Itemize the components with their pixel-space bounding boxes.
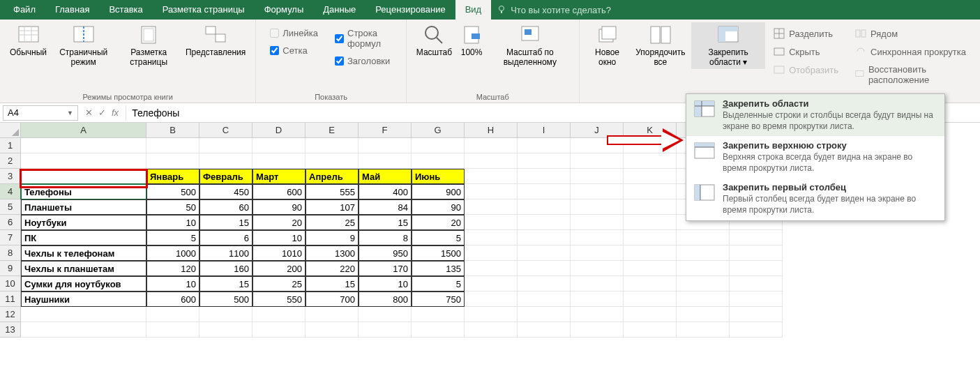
cell[interactable] bbox=[21, 138, 146, 153]
cell[interactable]: Наушники bbox=[21, 292, 146, 307]
cell[interactable]: Чехлы к телефонам bbox=[21, 245, 146, 261]
row-header[interactable]: 3 bbox=[0, 169, 21, 184]
row-header[interactable]: 4 bbox=[0, 184, 21, 199]
cell[interactable] bbox=[465, 199, 518, 215]
cell[interactable] bbox=[465, 292, 518, 307]
cell[interactable]: 600 bbox=[252, 184, 306, 199]
cell[interactable]: 1300 bbox=[306, 245, 359, 261]
cell[interactable] bbox=[21, 153, 146, 169]
cell[interactable]: 555 bbox=[306, 184, 359, 199]
cell[interactable] bbox=[730, 245, 783, 261]
menu-home[interactable]: Главная bbox=[45, 0, 99, 20]
cell[interactable] bbox=[146, 138, 199, 153]
col-header[interactable]: H bbox=[465, 123, 518, 138]
cell[interactable]: 550 bbox=[252, 292, 306, 307]
cell[interactable] bbox=[571, 307, 624, 322]
menu-data[interactable]: Данные bbox=[313, 0, 365, 20]
cell[interactable]: 20 bbox=[412, 215, 465, 230]
cell[interactable]: 15 bbox=[359, 215, 412, 230]
cell[interactable]: 160 bbox=[199, 261, 252, 276]
cell[interactable] bbox=[624, 292, 677, 307]
col-header[interactable]: D bbox=[252, 123, 306, 138]
cell[interactable] bbox=[624, 230, 677, 245]
col-header[interactable]: B bbox=[146, 123, 199, 138]
cell[interactable]: 170 bbox=[359, 261, 412, 276]
cell[interactable] bbox=[571, 184, 624, 199]
row-header[interactable]: 1 bbox=[0, 138, 21, 153]
select-all-corner[interactable] bbox=[0, 123, 21, 138]
cell[interactable] bbox=[730, 261, 783, 276]
cell[interactable] bbox=[252, 138, 306, 153]
cell[interactable] bbox=[624, 215, 677, 230]
cell[interactable]: 800 bbox=[359, 292, 412, 307]
cell[interactable] bbox=[624, 153, 677, 169]
cell[interactable] bbox=[412, 322, 465, 338]
menu-insert[interactable]: Вставка bbox=[99, 0, 152, 20]
cell[interactable] bbox=[252, 307, 306, 322]
cell[interactable] bbox=[571, 292, 624, 307]
row-header[interactable]: 10 bbox=[0, 276, 21, 292]
cell[interactable]: 50 bbox=[146, 199, 199, 215]
row-header[interactable]: 5 bbox=[0, 199, 21, 215]
row-header[interactable]: 13 bbox=[0, 322, 21, 338]
freeze-panes-button[interactable]: Закрепить области ▾ bbox=[691, 22, 765, 69]
cell[interactable] bbox=[518, 292, 571, 307]
formula-bar-checkbox[interactable]: Строка формул bbox=[332, 26, 395, 50]
cell[interactable] bbox=[571, 199, 624, 215]
zoom-100-button[interactable]: 100% bbox=[456, 22, 487, 59]
cell[interactable]: 9 bbox=[306, 230, 359, 245]
cell[interactable] bbox=[465, 169, 518, 184]
cell[interactable] bbox=[252, 322, 306, 338]
hide-button[interactable]: Скрыть bbox=[771, 45, 841, 59]
cell[interactable] bbox=[518, 184, 571, 199]
page-layout-button[interactable]: Разметка страницы bbox=[116, 22, 181, 69]
col-header[interactable]: A bbox=[21, 123, 146, 138]
col-header[interactable]: E bbox=[306, 123, 359, 138]
cell[interactable] bbox=[677, 307, 730, 322]
cell[interactable] bbox=[199, 322, 252, 338]
row-header[interactable]: 2 bbox=[0, 153, 21, 169]
cell[interactable] bbox=[730, 307, 783, 322]
cell[interactable] bbox=[677, 292, 730, 307]
cell[interactable] bbox=[518, 199, 571, 215]
cell[interactable]: 10 bbox=[252, 230, 306, 245]
cell[interactable]: 200 bbox=[252, 261, 306, 276]
cell[interactable] bbox=[518, 138, 571, 153]
cell[interactable]: 5 bbox=[412, 276, 465, 292]
freeze-first-col-option[interactable]: Закрепить первый столбец Первый столбец … bbox=[686, 178, 944, 220]
cell[interactable] bbox=[677, 276, 730, 292]
cell[interactable] bbox=[465, 322, 518, 338]
zoom-selection-button[interactable]: Масштаб по выделенному bbox=[487, 22, 573, 69]
cell[interactable]: 15 bbox=[199, 276, 252, 292]
cell[interactable] bbox=[465, 230, 518, 245]
freeze-top-row-option[interactable]: Закрепить верхнюю строку Верхняя строка … bbox=[686, 136, 944, 178]
cell[interactable] bbox=[21, 322, 146, 338]
row-header[interactable]: 8 bbox=[0, 245, 21, 261]
col-header[interactable]: F bbox=[359, 123, 412, 138]
cell[interactable] bbox=[571, 245, 624, 261]
cell[interactable] bbox=[306, 307, 359, 322]
cell[interactable] bbox=[518, 215, 571, 230]
cell[interactable] bbox=[465, 261, 518, 276]
cell[interactable]: 450 bbox=[199, 184, 252, 199]
menu-view[interactable]: Вид bbox=[455, 0, 492, 20]
cell[interactable]: 10 bbox=[146, 276, 199, 292]
name-box[interactable]: A4 ▼ bbox=[3, 105, 78, 121]
cell[interactable]: 1010 bbox=[252, 245, 306, 261]
cell[interactable] bbox=[571, 169, 624, 184]
cell[interactable] bbox=[730, 292, 783, 307]
cell[interactable]: Июнь bbox=[412, 169, 465, 184]
menu-page-layout[interactable]: Разметка страницы bbox=[153, 0, 255, 20]
cell[interactable] bbox=[146, 322, 199, 338]
col-header[interactable]: I bbox=[518, 123, 571, 138]
cell[interactable]: 500 bbox=[199, 292, 252, 307]
cell[interactable] bbox=[571, 261, 624, 276]
cell[interactable] bbox=[306, 138, 359, 153]
freeze-panes-option[interactable]: Закрепить области Выделенные строки и ст… bbox=[686, 94, 944, 136]
cell[interactable] bbox=[518, 169, 571, 184]
cell[interactable]: 8 bbox=[359, 230, 412, 245]
zoom-button[interactable]: Масштаб bbox=[412, 22, 456, 59]
cell[interactable] bbox=[624, 199, 677, 215]
cell[interactable]: 107 bbox=[306, 199, 359, 215]
cell[interactable]: 84 bbox=[359, 199, 412, 215]
